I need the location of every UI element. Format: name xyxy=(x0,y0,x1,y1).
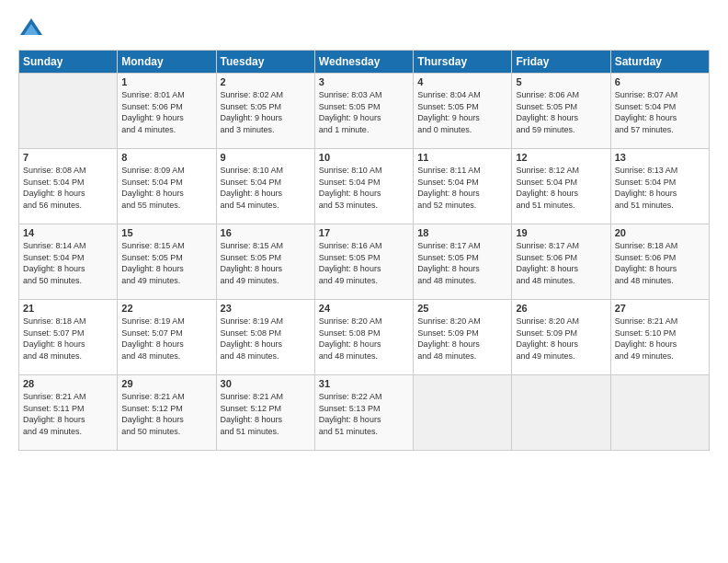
day-number: 13 xyxy=(615,152,705,163)
day-info: Sunrise: 8:22 AM Sunset: 5:13 PM Dayligh… xyxy=(319,391,409,437)
header-row: SundayMondayTuesdayWednesdayThursdayFrid… xyxy=(19,51,710,74)
day-info: Sunrise: 8:12 AM Sunset: 5:04 PM Dayligh… xyxy=(516,165,606,211)
day-info: Sunrise: 8:21 AM Sunset: 5:12 PM Dayligh… xyxy=(221,391,311,437)
day-number: 19 xyxy=(516,227,606,238)
day-info: Sunrise: 8:18 AM Sunset: 5:06 PM Dayligh… xyxy=(615,240,705,286)
day-info: Sunrise: 8:09 AM Sunset: 5:04 PM Dayligh… xyxy=(121,165,211,211)
header xyxy=(18,17,710,42)
day-cell: 24Sunrise: 8:20 AM Sunset: 5:08 PM Dayli… xyxy=(314,300,413,375)
day-cell: 10Sunrise: 8:10 AM Sunset: 5:04 PM Dayli… xyxy=(314,149,413,224)
day-cell: 5Sunrise: 8:06 AM Sunset: 5:05 PM Daylig… xyxy=(512,74,610,149)
day-number: 24 xyxy=(319,303,409,314)
day-cell: 25Sunrise: 8:20 AM Sunset: 5:09 PM Dayli… xyxy=(414,300,512,375)
day-info: Sunrise: 8:07 AM Sunset: 5:04 PM Dayligh… xyxy=(615,89,705,135)
day-number: 23 xyxy=(221,303,311,314)
day-cell xyxy=(414,375,512,451)
day-number: 3 xyxy=(319,76,409,87)
day-number: 11 xyxy=(417,152,507,163)
day-info: Sunrise: 8:21 AM Sunset: 5:12 PM Dayligh… xyxy=(121,391,211,437)
day-number: 5 xyxy=(516,76,606,87)
day-number: 14 xyxy=(23,227,113,238)
day-cell: 13Sunrise: 8:13 AM Sunset: 5:04 PM Dayli… xyxy=(610,149,709,224)
day-cell: 9Sunrise: 8:10 AM Sunset: 5:04 PM Daylig… xyxy=(216,149,314,224)
day-number: 28 xyxy=(23,378,113,389)
day-number: 30 xyxy=(221,378,311,389)
day-number: 27 xyxy=(615,303,705,314)
week-row-3: 21Sunrise: 8:18 AM Sunset: 5:07 PM Dayli… xyxy=(19,300,710,375)
day-info: Sunrise: 8:11 AM Sunset: 5:04 PM Dayligh… xyxy=(417,165,507,211)
page: SundayMondayTuesdayWednesdayThursdayFrid… xyxy=(0,0,728,563)
day-info: Sunrise: 8:20 AM Sunset: 5:09 PM Dayligh… xyxy=(417,316,507,362)
day-cell: 4Sunrise: 8:04 AM Sunset: 5:05 PM Daylig… xyxy=(414,74,512,149)
day-number: 18 xyxy=(417,227,507,238)
day-cell: 12Sunrise: 8:12 AM Sunset: 5:04 PM Dayli… xyxy=(512,149,610,224)
day-cell xyxy=(512,375,610,451)
day-cell: 27Sunrise: 8:21 AM Sunset: 5:10 PM Dayli… xyxy=(610,300,709,375)
day-cell xyxy=(610,375,709,451)
day-info: Sunrise: 8:21 AM Sunset: 5:11 PM Dayligh… xyxy=(23,391,113,437)
day-info: Sunrise: 8:03 AM Sunset: 5:05 PM Dayligh… xyxy=(319,89,409,135)
day-cell: 3Sunrise: 8:03 AM Sunset: 5:05 PM Daylig… xyxy=(314,74,413,149)
day-info: Sunrise: 8:18 AM Sunset: 5:07 PM Dayligh… xyxy=(23,316,113,362)
day-number: 1 xyxy=(121,76,211,87)
day-number: 20 xyxy=(615,227,705,238)
day-info: Sunrise: 8:13 AM Sunset: 5:04 PM Dayligh… xyxy=(615,165,705,211)
day-info: Sunrise: 8:15 AM Sunset: 5:05 PM Dayligh… xyxy=(121,240,211,286)
day-cell: 7Sunrise: 8:08 AM Sunset: 5:04 PM Daylig… xyxy=(19,149,118,224)
day-info: Sunrise: 8:20 AM Sunset: 5:09 PM Dayligh… xyxy=(516,316,606,362)
logo xyxy=(18,17,48,42)
day-info: Sunrise: 8:10 AM Sunset: 5:04 PM Dayligh… xyxy=(319,165,409,211)
day-cell: 15Sunrise: 8:15 AM Sunset: 5:05 PM Dayli… xyxy=(118,224,216,300)
day-number: 15 xyxy=(121,227,211,238)
day-info: Sunrise: 8:17 AM Sunset: 5:06 PM Dayligh… xyxy=(516,240,606,286)
week-row-2: 14Sunrise: 8:14 AM Sunset: 5:04 PM Dayli… xyxy=(19,224,710,300)
calendar-table: SundayMondayTuesdayWednesdayThursdayFrid… xyxy=(18,50,710,451)
day-cell: 22Sunrise: 8:19 AM Sunset: 5:07 PM Dayli… xyxy=(118,300,216,375)
col-header-saturday: Saturday xyxy=(610,51,709,74)
day-info: Sunrise: 8:01 AM Sunset: 5:06 PM Dayligh… xyxy=(121,89,211,135)
day-number: 26 xyxy=(516,303,606,314)
day-cell: 26Sunrise: 8:20 AM Sunset: 5:09 PM Dayli… xyxy=(512,300,610,375)
week-row-1: 7Sunrise: 8:08 AM Sunset: 5:04 PM Daylig… xyxy=(19,149,710,224)
day-cell: 2Sunrise: 8:02 AM Sunset: 5:05 PM Daylig… xyxy=(216,74,314,149)
day-number: 9 xyxy=(221,152,311,163)
day-number: 17 xyxy=(319,227,409,238)
day-number: 2 xyxy=(221,76,311,87)
week-row-0: 1Sunrise: 8:01 AM Sunset: 5:06 PM Daylig… xyxy=(19,74,710,149)
day-cell: 19Sunrise: 8:17 AM Sunset: 5:06 PM Dayli… xyxy=(512,224,610,300)
col-header-thursday: Thursday xyxy=(414,51,512,74)
day-number: 22 xyxy=(121,303,211,314)
day-info: Sunrise: 8:16 AM Sunset: 5:05 PM Dayligh… xyxy=(319,240,409,286)
day-cell: 31Sunrise: 8:22 AM Sunset: 5:13 PM Dayli… xyxy=(314,375,413,451)
day-number: 6 xyxy=(615,76,705,87)
day-info: Sunrise: 8:10 AM Sunset: 5:04 PM Dayligh… xyxy=(221,165,311,211)
week-row-4: 28Sunrise: 8:21 AM Sunset: 5:11 PM Dayli… xyxy=(19,375,710,451)
day-cell: 8Sunrise: 8:09 AM Sunset: 5:04 PM Daylig… xyxy=(118,149,216,224)
day-info: Sunrise: 8:08 AM Sunset: 5:04 PM Dayligh… xyxy=(23,165,113,211)
day-number: 10 xyxy=(319,152,409,163)
day-number: 12 xyxy=(516,152,606,163)
day-cell: 11Sunrise: 8:11 AM Sunset: 5:04 PM Dayli… xyxy=(414,149,512,224)
day-info: Sunrise: 8:04 AM Sunset: 5:05 PM Dayligh… xyxy=(417,89,507,135)
col-header-monday: Monday xyxy=(118,51,216,74)
day-info: Sunrise: 8:21 AM Sunset: 5:10 PM Dayligh… xyxy=(615,316,705,362)
col-header-wednesday: Wednesday xyxy=(314,51,413,74)
day-number: 25 xyxy=(417,303,507,314)
day-number: 7 xyxy=(23,152,113,163)
day-info: Sunrise: 8:14 AM Sunset: 5:04 PM Dayligh… xyxy=(23,240,113,286)
day-cell: 28Sunrise: 8:21 AM Sunset: 5:11 PM Dayli… xyxy=(19,375,118,451)
day-number: 8 xyxy=(121,152,211,163)
day-cell: 1Sunrise: 8:01 AM Sunset: 5:06 PM Daylig… xyxy=(118,74,216,149)
day-cell: 29Sunrise: 8:21 AM Sunset: 5:12 PM Dayli… xyxy=(118,375,216,451)
day-number: 4 xyxy=(417,76,507,87)
col-header-tuesday: Tuesday xyxy=(216,51,314,74)
day-cell: 17Sunrise: 8:16 AM Sunset: 5:05 PM Dayli… xyxy=(314,224,413,300)
day-number: 29 xyxy=(121,378,211,389)
day-cell: 21Sunrise: 8:18 AM Sunset: 5:07 PM Dayli… xyxy=(19,300,118,375)
day-cell: 20Sunrise: 8:18 AM Sunset: 5:06 PM Dayli… xyxy=(610,224,709,300)
day-info: Sunrise: 8:19 AM Sunset: 5:07 PM Dayligh… xyxy=(121,316,211,362)
col-header-sunday: Sunday xyxy=(19,51,118,74)
day-cell: 14Sunrise: 8:14 AM Sunset: 5:04 PM Dayli… xyxy=(19,224,118,300)
day-info: Sunrise: 8:15 AM Sunset: 5:05 PM Dayligh… xyxy=(221,240,311,286)
day-cell: 16Sunrise: 8:15 AM Sunset: 5:05 PM Dayli… xyxy=(216,224,314,300)
